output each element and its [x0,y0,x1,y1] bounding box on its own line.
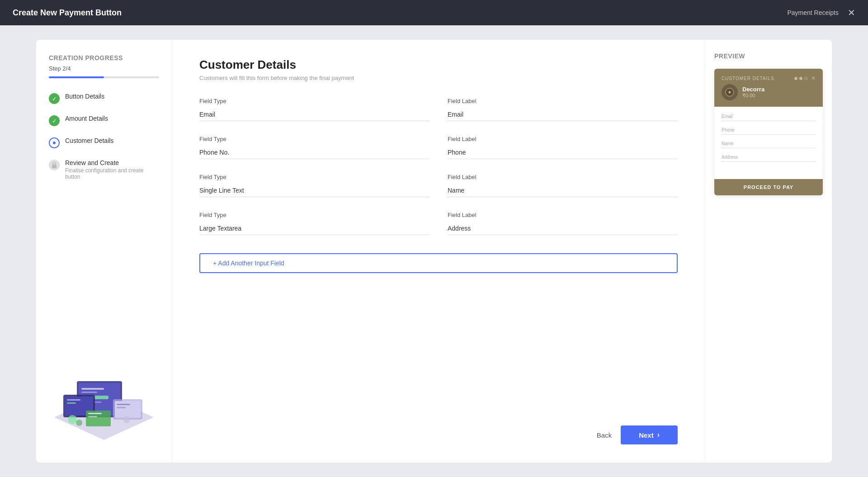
step-text-4: Review and Create Finalise configuration… [65,159,159,180]
close-icon[interactable]: ✕ [848,8,855,17]
topbar-title: Create New Payment Button [13,8,122,18]
field-type-input-1[interactable] [199,146,429,159]
field-type-input-0[interactable] [199,108,429,121]
field-label-group-1: Field Label [448,136,678,159]
field-row-2: Field Type Field Label [199,174,678,197]
svg-rect-5 [81,388,104,390]
dot-1 [794,77,797,80]
svg-rect-11 [67,399,80,401]
field-type-label-1: Field Type [199,136,429,142]
step-name-4: Review and Create [65,159,159,166]
field-row-3: Field Type Field Label [199,212,678,235]
field-label-label-1: Field Label [448,136,678,142]
page-heading: Customer Details [199,58,678,72]
field-type-label-2: Field Type [199,174,429,180]
step-icon-active [49,137,60,148]
step-name-3: Customer Details [65,137,113,144]
preview-field-label-3: Address [722,155,816,160]
step-icon-done: ✓ [49,93,60,104]
step-icon-done-2: ✓ [49,115,60,126]
field-label-input-1[interactable] [448,146,678,159]
add-another-input-field-button[interactable]: + Add Another Input Field [199,253,678,273]
svg-point-21 [76,420,82,426]
sidebar-title: Creation Progress [49,54,159,61]
field-label-group-3: Field Label [448,212,678,235]
step-item-button-details: ✓ Button Details [49,93,159,104]
close-dot-icon: ✕ [811,75,816,81]
svg-rect-1 [52,165,57,168]
svg-point-0 [53,142,56,144]
topbar-right: Payment Receipts ✕ [787,8,855,17]
preview-field-label-2: Name [722,141,816,146]
preview-field-0: Email [722,114,816,121]
preview-field-3: Address [722,155,816,162]
field-label-label-2: Field Label [448,174,678,180]
field-label-group-0: Field Label [448,98,678,121]
preview-field-2: Name [722,141,816,148]
preview-field-1: Phone [722,128,816,135]
svg-rect-16 [117,407,126,408]
preview-panel: Preview CUSTOMER DETAILS ✕ [705,40,832,463]
payment-receipts-link[interactable]: Payment Receipts [787,9,839,16]
sidebar: Creation Progress Step 2/4 ✓ Button Deta… [36,40,172,463]
preview-field-line-2 [722,148,816,148]
step-name-2: Amount Details [65,115,108,122]
svg-rect-12 [67,402,76,404]
step-desc-4: Finalise configuration and create button [65,167,159,180]
topbar: Create New Payment Button Payment Receip… [0,0,868,25]
illustration-area [36,336,172,463]
field-type-input-2[interactable] [199,184,429,197]
field-label-label-0: Field Label [448,98,678,104]
svg-rect-14 [115,401,141,418]
progress-bar-track [49,76,159,78]
preview-logo [722,84,738,100]
step-name: Button Details [65,93,104,100]
preview-header-title: CUSTOMER DETAILS [722,76,774,81]
field-type-group-0: Field Type [199,98,429,121]
field-type-input-3[interactable] [199,222,429,235]
preview-form-body: Email Phone Name Address [714,107,823,175]
preview-title: Preview [714,52,823,60]
main-wrapper: Creation Progress Step 2/4 ✓ Button Deta… [0,25,868,477]
chevron-right-icon: › [657,431,660,439]
svg-rect-18 [88,413,102,414]
dot-3 [804,77,807,80]
field-type-label-0: Field Type [199,98,429,104]
steps-list: ✓ Button Details ✓ Amount Details Custom… [49,93,159,180]
step-text: Button Details [65,93,104,100]
field-label-group-2: Field Label [448,174,678,197]
field-type-group-3: Field Type [199,212,429,235]
field-type-label-3: Field Type [199,212,429,218]
back-button[interactable]: Back [597,431,612,439]
center-content: Customer Details Customers will fill thi… [172,40,705,463]
preview-field-label-0: Email [722,114,816,119]
step-item-amount-details: ✓ Amount Details [49,115,159,126]
preview-card-header: CUSTOMER DETAILS ✕ Decorr [714,69,823,107]
preview-dots: ✕ [794,75,816,81]
step-icon-locked [49,160,60,170]
svg-point-22 [123,416,130,423]
preview-brand-name: Decorra [742,86,764,93]
progress-bar-fill [49,76,104,78]
preview-pay-button[interactable]: PROCEED TO PAY [714,179,823,195]
field-label-input-0[interactable] [448,108,678,121]
field-row-0: Field Type Field Label [199,98,678,121]
page-subheading: Customers will fill this form before mak… [199,75,678,81]
field-label-input-2[interactable] [448,184,678,197]
svg-rect-6 [81,392,97,393]
preview-brand-row: Decorra ₹0.00 [722,84,816,100]
preview-field-label-1: Phone [722,128,816,132]
step-text-2: Amount Details [65,115,108,122]
svg-point-20 [68,415,77,424]
preview-amount: ₹0.00 [742,93,764,99]
fields-container: Field Type Field Label Field Type Field … [199,98,678,250]
form-footer: Back Next › [199,407,678,444]
step-label: Step 2/4 [49,65,159,72]
next-button[interactable]: Next › [621,425,678,444]
field-label-label-3: Field Label [448,212,678,218]
illustration-svg [36,336,172,463]
svg-rect-15 [117,404,130,405]
field-label-input-3[interactable] [448,222,678,235]
field-type-group-1: Field Type [199,136,429,159]
preview-field-line-1 [722,134,816,135]
